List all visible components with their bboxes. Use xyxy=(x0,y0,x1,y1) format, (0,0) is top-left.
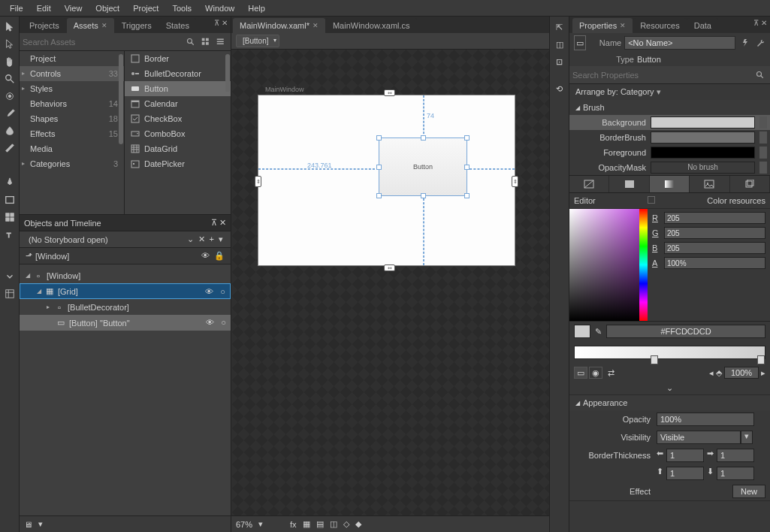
menu-window[interactable]: Window xyxy=(198,2,241,15)
orient-icon[interactable]: ⟲ xyxy=(552,81,567,96)
tree-button[interactable]: ▭[Button] "Button"👁○ xyxy=(20,315,231,331)
design-canvas[interactable]: MainWindow ⇕ ⇕ ⇔ ⇔ 243.761 74 Button xyxy=(231,50,549,515)
camera-tool-icon[interactable] xyxy=(2,89,17,104)
hex-input[interactable] xyxy=(606,325,765,338)
thickness-right[interactable] xyxy=(717,449,754,462)
dropdown-icon[interactable]: ▾ xyxy=(258,519,263,529)
brush-tool-icon[interactable] xyxy=(2,106,17,121)
breadcrumb-button[interactable]: [Button] xyxy=(236,35,279,47)
nobrush-tab-icon[interactable] xyxy=(569,176,609,192)
close-icon[interactable]: ✕ xyxy=(620,22,626,29)
menu-edit[interactable]: Edit xyxy=(30,2,58,15)
gradient-tool-icon[interactable] xyxy=(2,141,17,156)
bottom-handle-icon[interactable]: ⇔ xyxy=(384,264,395,271)
snap-icon[interactable]: ▤ xyxy=(316,519,324,529)
pen-tool-icon[interactable] xyxy=(2,175,17,190)
zoom-tool-icon[interactable] xyxy=(2,71,17,86)
asset-border[interactable]: Border xyxy=(125,51,231,66)
asset-calendar[interactable]: Calendar xyxy=(125,96,231,111)
tree-bulletdecorator[interactable]: ▸▫[BulletDecorator] xyxy=(20,299,231,315)
new-effect-button[interactable]: New xyxy=(732,485,765,498)
code-icon[interactable]: ⊡ xyxy=(552,54,567,69)
thickness-left[interactable] xyxy=(666,449,704,462)
dropdown-icon[interactable]: ▾ xyxy=(219,234,223,244)
brush-header[interactable]: ◢Brush xyxy=(569,100,770,115)
tab-cs[interactable]: MainWindow.xaml.cs xyxy=(326,18,417,33)
more-tool-icon[interactable] xyxy=(2,269,17,284)
fx-icon[interactable]: fx xyxy=(290,520,297,529)
r-input[interactable] xyxy=(664,212,765,224)
reverse-icon[interactable]: ⇄ xyxy=(604,367,618,379)
annotate2-icon[interactable]: ◆ xyxy=(355,519,361,529)
left-handle-icon[interactable]: ⇕ xyxy=(255,176,261,187)
menu-object[interactable]: Object xyxy=(89,2,126,15)
search-props-input[interactable] xyxy=(572,71,752,80)
eye-icon[interactable]: 👁 xyxy=(205,287,213,296)
gradient-stop[interactable] xyxy=(651,355,658,364)
search-icon[interactable] xyxy=(184,35,198,49)
tab-assets[interactable]: Assets✕ xyxy=(67,18,114,33)
asset-button[interactable]: Button xyxy=(125,81,231,96)
visibility-select[interactable] xyxy=(657,431,741,444)
menu-tools[interactable]: Tools xyxy=(165,2,198,15)
category-shapes[interactable]: Shapes18 xyxy=(20,111,124,126)
handle-bl[interactable] xyxy=(376,193,382,198)
lock-dot-icon[interactable]: ○ xyxy=(220,287,225,296)
asset-combobox[interactable]: ComboBox xyxy=(125,126,231,141)
handle-r[interactable] xyxy=(464,165,470,170)
tile-tab-icon[interactable] xyxy=(690,176,729,192)
selection-tool-icon[interactable] xyxy=(2,20,17,35)
eye-icon[interactable]: 👁 xyxy=(201,251,210,261)
gradient-tab-icon[interactable] xyxy=(650,176,690,192)
menu-view[interactable]: View xyxy=(58,2,89,15)
menu-help[interactable]: Help xyxy=(241,2,272,15)
handle-t[interactable] xyxy=(421,135,426,141)
thickness-bottom[interactable] xyxy=(717,467,754,480)
pin-icon[interactable]: ⊼ xyxy=(214,19,219,27)
solid-tab-icon[interactable] xyxy=(609,176,649,192)
close-icon[interactable]: ✕ xyxy=(313,22,319,29)
grid-view-icon[interactable] xyxy=(199,35,213,49)
brush-borderbrush[interactable]: BorderBrush xyxy=(569,130,770,145)
hue-slider[interactable] xyxy=(639,209,648,321)
close-icon[interactable]: ✕ xyxy=(219,218,226,228)
a-input[interactable] xyxy=(664,257,765,269)
menu-file[interactable]: File xyxy=(3,2,30,15)
close-icon[interactable]: ✕ xyxy=(222,19,228,27)
tab-data[interactable]: Data xyxy=(687,18,718,33)
handle-l[interactable] xyxy=(376,165,382,170)
close-icon[interactable]: ✕ xyxy=(198,234,205,244)
scrollbar[interactable] xyxy=(225,54,230,92)
tab-properties[interactable]: Properties✕ xyxy=(572,18,633,33)
text-tool-icon[interactable]: T xyxy=(2,227,17,242)
handle-tl[interactable] xyxy=(376,135,382,141)
asset-datagrid[interactable]: DataGrid xyxy=(125,141,231,156)
category-controls[interactable]: ▸Controls33 xyxy=(20,66,124,81)
selected-button[interactable]: Button xyxy=(379,138,467,196)
prev-stop-icon[interactable]: ◂ xyxy=(709,368,714,378)
pin-icon[interactable]: ⊼ xyxy=(211,218,217,228)
tab-states[interactable]: States xyxy=(159,18,196,33)
rectangle-tool-icon[interactable] xyxy=(2,192,17,207)
asset-bulletdecorator[interactable]: BulletDecorator xyxy=(125,66,231,81)
category-categories[interactable]: ▸Categories3 xyxy=(20,156,124,171)
artboard[interactable]: ⇕ ⇕ ⇔ ⇔ 243.761 74 Button xyxy=(258,95,515,266)
gradient-bar[interactable] xyxy=(574,346,765,359)
category-styles[interactable]: ▸Styles xyxy=(20,81,124,96)
pan-tool-icon[interactable] xyxy=(2,54,17,69)
pin-icon[interactable]: ⊼ xyxy=(753,19,759,27)
editor-swatch-icon[interactable] xyxy=(648,196,655,204)
close-icon[interactable]: ✕ xyxy=(101,22,107,29)
tree-window[interactable]: ◢▫[Window] xyxy=(20,268,231,283)
handle-br[interactable] xyxy=(464,193,470,198)
g-input[interactable] xyxy=(664,227,765,239)
gradient-stop[interactable] xyxy=(757,355,765,364)
right-handle-icon[interactable]: ⇕ xyxy=(512,176,518,187)
tab-xaml[interactable]: MainWindow.xaml*✕ xyxy=(233,18,325,33)
tab-triggers[interactable]: Triggers xyxy=(115,18,159,33)
lock-icon[interactable]: 🔒 xyxy=(214,251,225,261)
direct-select-tool-icon[interactable] xyxy=(2,37,17,52)
chevron-down-icon[interactable]: ⌄ xyxy=(187,234,194,244)
split-icon[interactable]: ◫ xyxy=(552,37,567,52)
snap2-icon[interactable]: ◫ xyxy=(330,519,337,529)
